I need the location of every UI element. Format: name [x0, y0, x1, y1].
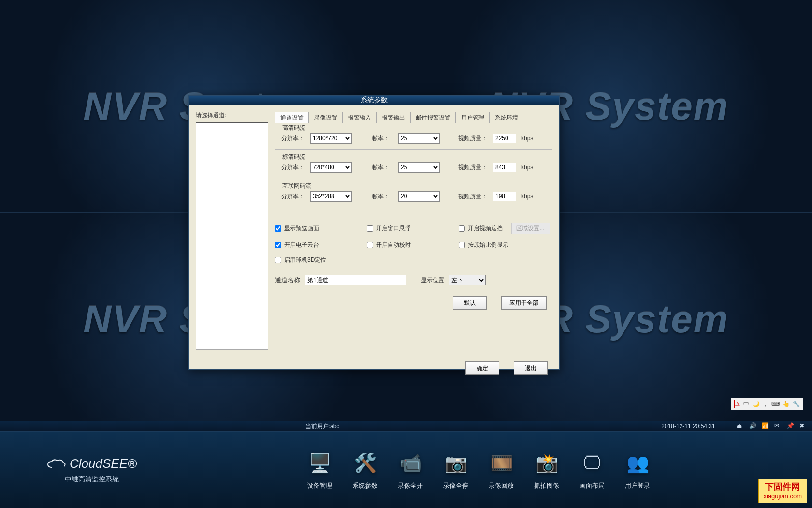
- framerate-select[interactable]: 25: [398, 133, 440, 144]
- toolbar-label: 抓拍图像: [534, 481, 559, 490]
- channel-listbox[interactable]: [196, 122, 268, 350]
- record-all-off-icon: 📷: [442, 449, 469, 477]
- kbps-unit: kbps: [521, 193, 533, 200]
- stream-legend: 标清码流: [280, 153, 307, 161]
- vq-label: 视频质量：: [458, 164, 489, 172]
- resolution-select[interactable]: 352*288: [310, 191, 352, 202]
- tab-6[interactable]: 系统环境: [490, 112, 523, 123]
- current-user-label: 当前用户:abc: [0, 422, 645, 431]
- ime-hand-icon[interactable]: 👆: [783, 400, 790, 408]
- toolbar-label: 设备管理: [307, 481, 332, 490]
- tab-3[interactable]: 报警输出: [377, 112, 410, 123]
- bitrate-input[interactable]: [493, 163, 516, 172]
- vq-label: 视频质量：: [458, 134, 489, 143]
- toolbar-record-all-off[interactable]: 📷录像全停: [442, 449, 469, 490]
- fr-label: 帧率：: [372, 193, 394, 201]
- stream-legend: 高清码流: [280, 124, 307, 132]
- tray-mail-icon[interactable]: ✉: [774, 422, 782, 430]
- tabs: 通道设置录像设置报警输入报警输出邮件报警设置用户管理系统环境: [275, 111, 552, 123]
- playback-icon: 🎞️: [488, 449, 515, 477]
- check-ptz[interactable]: 开启电子云台: [275, 241, 367, 249]
- ime-moon-icon[interactable]: 🌙: [753, 400, 760, 408]
- resolution-select[interactable]: 720*480: [310, 162, 352, 173]
- check-float[interactable]: 开启窗口悬浮: [367, 224, 459, 233]
- channel-select-label: 请选择通道:: [196, 111, 268, 120]
- toolbar-playback[interactable]: 🎞️录像回放: [488, 449, 515, 490]
- logo-subtitle: 中维高清监控系统: [19, 475, 164, 484]
- tab-1[interactable]: 录像设置: [309, 112, 343, 123]
- device-manage-icon: 🖥️: [306, 449, 333, 477]
- bitrate-input[interactable]: [493, 134, 516, 143]
- kbps-unit: kbps: [521, 135, 533, 142]
- main-toolbar: CloudSEE® 中维高清监控系统 🖥️设备管理🛠️系统参数📹录像全开📷录像全…: [0, 432, 812, 508]
- watermark: 下固件网 xiagujian.com: [758, 479, 808, 503]
- framerate-select[interactable]: 25: [398, 162, 440, 173]
- record-all-on-icon: 📹: [397, 449, 424, 477]
- toolbar-snapshot[interactable]: 📸抓拍图像: [533, 449, 560, 490]
- toolbar-label: 录像全开: [398, 481, 423, 490]
- ime-comma-icon[interactable]: ，: [763, 400, 768, 408]
- toolbar-label: 录像回放: [489, 481, 514, 490]
- fr-label: 帧率：: [372, 134, 394, 143]
- logo-text: CloudSEE®: [19, 456, 164, 471]
- toolbar-record-all-on[interactable]: 📹录像全开: [397, 449, 424, 490]
- res-label: 分辨率：: [281, 134, 306, 143]
- tab-0[interactable]: 通道设置: [275, 112, 309, 123]
- bitrate-input[interactable]: [493, 192, 516, 201]
- system-params-icon: 🛠️: [351, 449, 378, 477]
- toolbar-system-params[interactable]: 🛠️系统参数: [351, 449, 378, 490]
- tray-volume-icon[interactable]: 🔊: [749, 422, 757, 430]
- layout-icon: 🖵: [579, 449, 606, 477]
- snapshot-icon: 📸: [533, 449, 560, 477]
- position-label: 显示位置: [421, 276, 444, 284]
- position-select[interactable]: 左下: [449, 275, 486, 285]
- dialog-title: 系统参数: [189, 96, 559, 105]
- ime-keyboard-icon[interactable]: ⌨: [771, 400, 780, 408]
- check-occlude[interactable]: 开启视频遮挡: [459, 224, 511, 233]
- framerate-select[interactable]: 20: [398, 191, 440, 202]
- channel-name-input[interactable]: [305, 275, 406, 285]
- ime-wu-icon[interactable]: 五: [734, 400, 740, 408]
- toolbar-label: 录像全停: [443, 481, 468, 490]
- logo-block: CloudSEE® 中维高清监控系统: [19, 456, 164, 484]
- kbps-unit: kbps: [521, 164, 533, 171]
- check-ratio[interactable]: 按原始比例显示: [459, 241, 511, 249]
- toolbar-device-manage[interactable]: 🖥️设备管理: [306, 449, 333, 490]
- stream-group-1: 标清码流分辨率：720*480帧率：25视频质量：kbps: [275, 157, 552, 179]
- toolbar-label: 系统参数: [352, 481, 377, 490]
- datetime-label: 2018-12-11 20:54:31: [645, 423, 732, 430]
- stream-group-0: 高清码流分辨率：1280*720帧率：25视频质量：kbps: [275, 128, 552, 150]
- ime-toolbar[interactable]: 五 中 🌙 ， ⌨ 👆 🔧: [731, 398, 803, 410]
- ok-button[interactable]: 确定: [465, 361, 499, 375]
- region-settings-button: 区域设置...: [511, 223, 550, 234]
- resolution-select[interactable]: 1280*720: [310, 133, 352, 144]
- user-login-icon: 👥: [624, 449, 651, 477]
- system-params-dialog: 系统参数 请选择通道: 通道设置录像设置报警输入报警输出邮件报警设置用户管理系统…: [188, 95, 560, 370]
- exit-button[interactable]: 退出: [514, 361, 548, 375]
- check-dome3d[interactable]: 启用球机3D定位: [275, 256, 367, 264]
- toolbar-label: 用户登录: [625, 481, 650, 490]
- apply-all-button[interactable]: 应用于全部: [501, 296, 547, 310]
- default-button[interactable]: 默认: [453, 296, 487, 310]
- ime-wrench-icon[interactable]: 🔧: [793, 400, 800, 408]
- tray-network-icon[interactable]: 📶: [762, 422, 769, 430]
- stream-group-2: 互联网码流分辨率：352*288帧率：20视频质量：kbps: [275, 186, 552, 208]
- tab-4[interactable]: 邮件报警设置: [410, 112, 456, 123]
- toolbar-label: 画面布局: [580, 481, 605, 490]
- res-label: 分辨率：: [281, 193, 306, 201]
- channel-name-label: 通道名称: [275, 276, 300, 284]
- check-preview[interactable]: 显示预览画面: [275, 224, 367, 233]
- tray-eject-icon[interactable]: ⏏: [737, 422, 744, 430]
- tab-5[interactable]: 用户管理: [456, 112, 490, 123]
- res-label: 分辨率：: [281, 164, 306, 172]
- ime-zhong-icon[interactable]: 中: [743, 400, 749, 408]
- tab-2[interactable]: 报警输入: [343, 112, 377, 123]
- tray-pin-icon[interactable]: 📌: [787, 422, 795, 430]
- tray-close-icon[interactable]: ✖: [799, 422, 807, 430]
- fr-label: 帧率：: [372, 164, 394, 172]
- toolbar-layout[interactable]: 🖵画面布局: [579, 449, 606, 490]
- system-tray: ⏏ 🔊 📶 ✉ 📌 ✖: [732, 422, 812, 430]
- toolbar-user-login[interactable]: 👥用户登录: [624, 449, 651, 490]
- check-autotime[interactable]: 开启自动校时: [367, 241, 459, 249]
- status-bar: 当前用户:abc 2018-12-11 20:54:31 ⏏ 🔊 📶 ✉ 📌 ✖: [0, 421, 812, 432]
